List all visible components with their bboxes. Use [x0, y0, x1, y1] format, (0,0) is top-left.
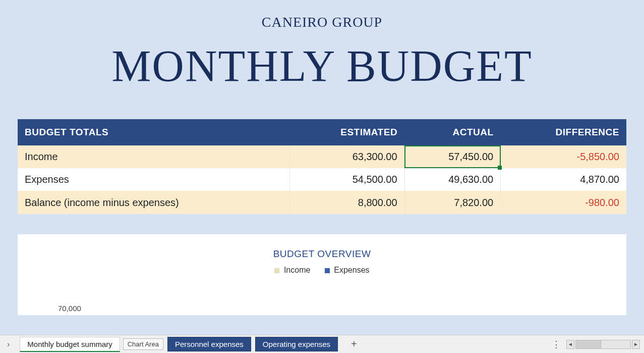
- col-header-actual[interactable]: ACTUAL: [404, 119, 501, 145]
- cell-difference[interactable]: 4,870.00: [501, 168, 626, 191]
- col-header-label[interactable]: BUDGET TOTALS: [18, 119, 290, 145]
- scroll-thumb[interactable]: [576, 340, 601, 348]
- cell-estimated[interactable]: 54,500.00: [290, 168, 404, 191]
- table-row: Income 63,300.00 57,450.00 -5,850.00: [18, 145, 626, 168]
- chart-title: BUDGET OVERVIEW: [18, 248, 626, 260]
- cell-estimated[interactable]: 63,300.00: [290, 145, 404, 168]
- scroll-track[interactable]: [575, 340, 631, 349]
- legend-item-expenses[interactable]: Expenses: [325, 266, 370, 275]
- legend-item-income[interactable]: Income: [274, 266, 310, 275]
- budget-totals-table: BUDGET TOTALS ESTIMATED ACTUAL DIFFERENC…: [18, 119, 626, 214]
- col-header-difference[interactable]: DIFFERENCE: [501, 119, 626, 145]
- sheet-tab-active[interactable]: Monthly budget summary: [20, 337, 120, 352]
- cell-actual[interactable]: 49,630.00: [404, 168, 501, 191]
- table-row: Expenses 54,500.00 49,630.00 4,870.00: [18, 168, 626, 191]
- page-title: MONTHLY BUDGET: [18, 40, 626, 91]
- cell-label[interactable]: Income: [18, 145, 290, 168]
- worksheet-area[interactable]: CANEIRO GROUP MONTHLY BUDGET BUDGET TOTA…: [0, 0, 644, 335]
- table-header-row: BUDGET TOTALS ESTIMATED ACTUAL DIFFERENC…: [18, 119, 626, 145]
- sheet-tab[interactable]: Personnel expenses: [167, 337, 251, 351]
- table-row: Balance (income minus expenses) 8,800.00…: [18, 191, 626, 214]
- sheet-tab-bar: › Monthly budget summary Chart Area Pers…: [0, 335, 644, 353]
- tab-options-icon[interactable]: ⋮: [547, 339, 566, 350]
- scroll-left-icon[interactable]: ◄: [566, 340, 574, 349]
- cell-estimated[interactable]: 8,800.00: [290, 191, 404, 214]
- chart-legend: Income Expenses: [18, 266, 626, 275]
- chart-area[interactable]: BUDGET OVERVIEW Income Expenses 70,000: [18, 234, 626, 315]
- tab-nav-prev-icon[interactable]: ›: [4, 340, 13, 349]
- horizontal-scrollbar[interactable]: ◄ ►: [566, 340, 640, 349]
- cell-difference[interactable]: -5,850.00: [501, 145, 626, 168]
- chart-area-tooltip: Chart Area: [123, 338, 163, 350]
- add-sheet-button[interactable]: +: [348, 338, 360, 350]
- y-axis-tick: 70,000: [58, 304, 81, 313]
- company-name: CANEIRO GROUP: [18, 0, 626, 30]
- legend-label: Income: [284, 266, 310, 274]
- legend-swatch-icon: [274, 268, 279, 273]
- legend-label: Expenses: [334, 266, 369, 274]
- cell-label[interactable]: Expenses: [18, 168, 290, 191]
- legend-swatch-icon: [325, 268, 330, 273]
- col-header-estimated[interactable]: ESTIMATED: [290, 119, 404, 145]
- scroll-right-icon[interactable]: ►: [632, 340, 640, 349]
- sheet-tab[interactable]: Operating expenses: [255, 337, 338, 351]
- cell-label[interactable]: Balance (income minus expenses): [18, 191, 290, 214]
- cell-actual[interactable]: 57,450.00: [404, 145, 501, 168]
- cell-actual[interactable]: 7,820.00: [404, 191, 501, 214]
- cell-difference[interactable]: -980.00: [501, 191, 626, 214]
